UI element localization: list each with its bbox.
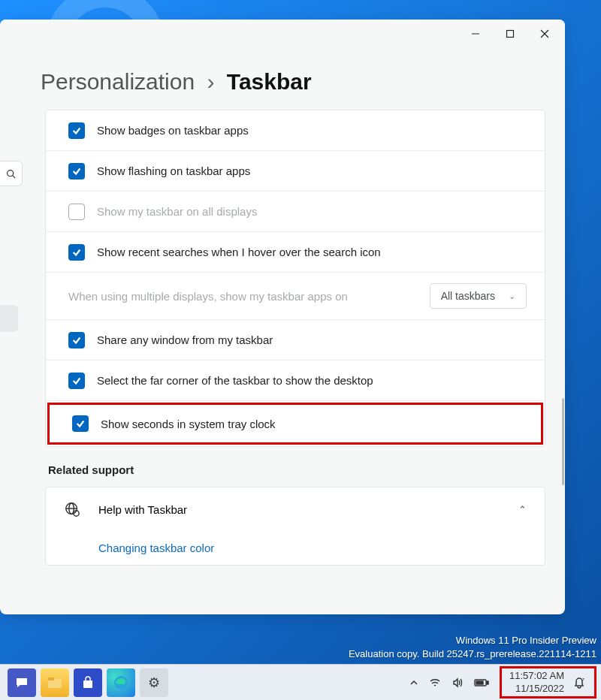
label-share: Share any window from my taskbar: [97, 333, 273, 346]
settings-window: Personalization › Taskbar Show badges on…: [0, 20, 565, 614]
label-multi-display: When using multiple displays, show my ta…: [68, 290, 430, 303]
wifi-icon[interactable]: [429, 677, 441, 689]
breadcrumb-parent[interactable]: Personalization: [41, 69, 195, 94]
search-sidebar[interactable]: [0, 161, 23, 186]
clock-highlight: 11:57:02 AM 11/15/2022 z: [500, 666, 596, 698]
system-tray: 11:57:02 AM 11/15/2022 z: [409, 666, 596, 698]
settings-icon[interactable]: ⚙: [140, 668, 168, 697]
row-far-corner[interactable]: Select the far corner of the taskbar to …: [46, 361, 545, 401]
edge-icon[interactable]: [107, 668, 135, 697]
svg-rect-16: [476, 681, 483, 684]
notification-icon[interactable]: z: [572, 675, 587, 690]
maximize-button[interactable]: [493, 22, 527, 46]
checkbox-share[interactable]: [68, 332, 85, 348]
checkbox-corner[interactable]: [68, 373, 85, 389]
tray-overflow-icon[interactable]: [409, 678, 418, 687]
label-badges: Show badges on taskbar apps: [97, 124, 249, 137]
help-row[interactable]: Help with Taskbar ⌃: [46, 487, 545, 531]
scrollbar[interactable]: [562, 398, 564, 485]
checkbox-flashing[interactable]: [68, 163, 85, 180]
breadcrumb-separator: ›: [207, 69, 214, 94]
file-explorer-icon[interactable]: [41, 668, 69, 697]
watermark-line2: Evaluation copy. Build 25247.rs_prerelea…: [349, 647, 596, 661]
dropdown-value: All taskbars: [441, 290, 495, 302]
label-all-displays: Show my taskbar on all displays: [97, 205, 257, 218]
svg-rect-1: [507, 31, 514, 38]
globe-help-icon: [64, 501, 80, 517]
breadcrumb: Personalization › Taskbar: [0, 48, 565, 110]
svg-text:z: z: [582, 677, 584, 681]
checkbox-all-displays: [68, 204, 85, 220]
breadcrumb-current: Taskbar: [227, 69, 312, 94]
minimize-button[interactable]: [458, 22, 493, 46]
related-support-card: Help with Taskbar ⌃ Changing taskbar col…: [45, 487, 545, 566]
svg-point-4: [8, 170, 14, 176]
settings-content: Show badges on taskbar apps Show flashin…: [0, 110, 565, 614]
checkbox-seconds[interactable]: [72, 415, 89, 432]
watermark-line1: Windows 11 Pro Insider Preview: [349, 634, 596, 647]
checkbox-badges[interactable]: [68, 122, 85, 139]
battery-icon[interactable]: [474, 677, 489, 688]
row-recent-searches[interactable]: Show recent searches when I hover over t…: [46, 232, 545, 273]
label-seconds: Show seconds in system tray clock: [101, 418, 276, 430]
chevron-up-icon: ⌃: [518, 504, 527, 515]
dropdown-multi-display[interactable]: All taskbars ⌄: [430, 283, 527, 309]
help-label: Help with Taskbar: [98, 503, 500, 516]
clock-date: 11/15/2022: [509, 683, 564, 695]
taskbar: ⚙ 11:57:02 AM 11/15/2022 z: [0, 664, 601, 700]
label-flashing: Show flashing on taskbar apps: [97, 164, 250, 177]
row-flashing[interactable]: Show flashing on taskbar apps: [46, 151, 545, 192]
close-button[interactable]: [527, 22, 562, 46]
row-all-displays: Show my taskbar on all displays: [46, 192, 545, 232]
volume-icon[interactable]: [452, 677, 464, 689]
titlebar: [0, 20, 565, 48]
row-badges[interactable]: Show badges on taskbar apps: [46, 110, 545, 151]
svg-rect-15: [487, 681, 488, 684]
row-multi-display-apps: When using multiple displays, show my ta…: [46, 273, 545, 320]
watermark: Windows 11 Pro Insider Preview Evaluatio…: [349, 634, 596, 661]
svg-rect-12: [83, 680, 92, 688]
clock[interactable]: 11:57:02 AM 11/15/2022: [509, 670, 564, 695]
store-icon[interactable]: [74, 668, 102, 697]
related-support-title: Related support: [45, 463, 545, 487]
label-corner: Select the far corner of the taskbar to …: [97, 374, 373, 387]
behaviors-card: Show badges on taskbar apps Show flashin…: [45, 110, 545, 447]
clock-time: 11:57:02 AM: [509, 670, 564, 682]
chevron-down-icon: ⌄: [509, 291, 515, 301]
taskbar-apps: ⚙: [8, 668, 168, 697]
checkbox-recent[interactable]: [68, 244, 85, 261]
chat-app-icon[interactable]: [8, 668, 36, 697]
row-show-seconds[interactable]: Show seconds in system tray clock: [47, 403, 543, 445]
svg-rect-11: [48, 677, 54, 680]
svg-line-5: [13, 175, 15, 177]
help-sub-link[interactable]: Changing taskbar color: [46, 531, 545, 565]
nav-item-active[interactable]: [0, 305, 18, 332]
row-share-window[interactable]: Share any window from my taskbar: [46, 320, 545, 361]
label-recent: Show recent searches when I hover over t…: [97, 246, 381, 258]
search-icon: [6, 169, 16, 179]
